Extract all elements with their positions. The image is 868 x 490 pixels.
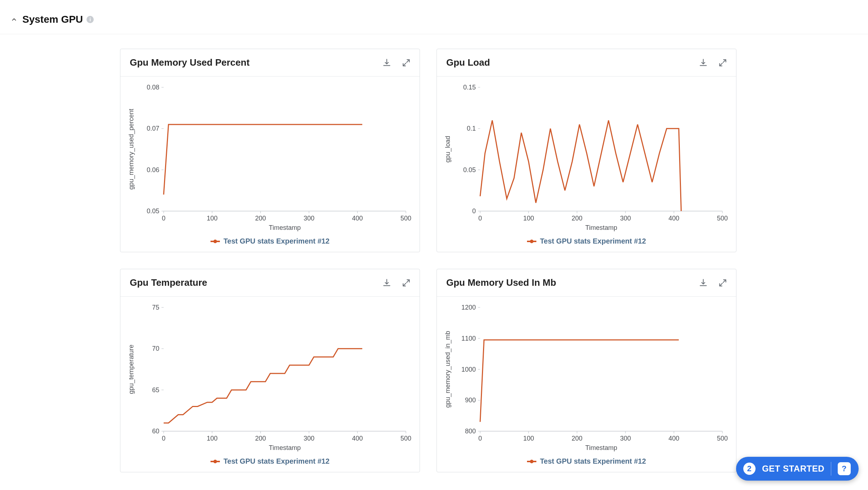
svg-text:gpu_memory_used_percent: gpu_memory_used_percent (128, 109, 135, 189)
chart-actions (382, 58, 411, 67)
legend-swatch (527, 241, 536, 242)
chart-title: Gpu Memory Used In Mb (446, 277, 556, 288)
chart-svg: 00.050.10.150100200300400500Timestampgpu… (440, 80, 730, 233)
chart-title: Gpu Load (446, 57, 490, 68)
download-icon[interactable] (699, 58, 708, 67)
svg-text:1100: 1100 (461, 335, 476, 342)
chart-actions (699, 278, 727, 288)
chart-title: Gpu Temperature (130, 277, 207, 288)
svg-text:70: 70 (152, 345, 159, 352)
chart-legend: Test GPU stats Experiment #12 (437, 234, 736, 252)
svg-text:300: 300 (620, 215, 631, 222)
download-icon[interactable] (382, 58, 391, 67)
svg-text:100: 100 (523, 435, 534, 442)
svg-text:300: 300 (620, 435, 631, 442)
svg-text:100: 100 (207, 215, 217, 222)
chart-body: 8009001000110012000100200300400500Timest… (437, 297, 736, 454)
chart-body: 606570750100200300400500Timestampgpu_tem… (120, 297, 420, 454)
legend-swatch (211, 461, 220, 462)
expand-icon[interactable] (402, 278, 411, 288)
chart-actions (382, 278, 411, 288)
svg-text:100: 100 (207, 435, 217, 442)
legend-swatch (211, 241, 220, 242)
legend-label[interactable]: Test GPU stats Experiment #12 (540, 457, 646, 465)
svg-text:0: 0 (162, 435, 165, 442)
svg-text:800: 800 (465, 428, 476, 435)
chart-legend: Test GPU stats Experiment #12 (120, 454, 420, 472)
chart-title: Gpu Memory Used Percent (130, 57, 249, 68)
svg-text:Timestamp: Timestamp (585, 444, 617, 451)
download-icon[interactable] (382, 278, 391, 288)
svg-text:0: 0 (478, 435, 482, 442)
chart-body: 0.050.060.070.080100200300400500Timestam… (120, 76, 420, 234)
chart-card-header: Gpu Temperature (120, 269, 420, 297)
svg-text:0.05: 0.05 (463, 166, 476, 174)
svg-text:gpu_memory_used_in_mb: gpu_memory_used_in_mb (444, 331, 452, 408)
chart-body: 00.050.10.150100200300400500Timestampgpu… (437, 76, 736, 234)
chart-svg: 8009001000110012000100200300400500Timest… (440, 300, 730, 453)
svg-text:300: 300 (304, 435, 314, 442)
svg-text:300: 300 (304, 215, 314, 222)
download-icon[interactable] (699, 278, 708, 288)
get-started-button[interactable]: 2 GET STARTED ? (736, 457, 859, 481)
svg-text:Timestamp: Timestamp (269, 224, 301, 231)
collapse-icon[interactable] (11, 16, 17, 23)
get-started-label: GET STARTED (762, 464, 824, 474)
expand-icon[interactable] (718, 58, 727, 67)
legend-label[interactable]: Test GPU stats Experiment #12 (223, 237, 329, 245)
help-icon[interactable]: ? (838, 462, 851, 475)
svg-text:65: 65 (152, 386, 159, 394)
chart-svg: 606570750100200300400500Timestampgpu_tem… (124, 300, 413, 453)
chart-card-gpu-memory-used-percent: Gpu Memory Used Percent 0.050.060.070.08… (120, 49, 420, 252)
svg-text:gpu_temperature: gpu_temperature (128, 345, 135, 394)
svg-text:200: 200 (572, 435, 583, 442)
svg-text:1200: 1200 (461, 304, 476, 311)
legend-label[interactable]: Test GPU stats Experiment #12 (540, 237, 646, 245)
section-title-text: System GPU (22, 14, 83, 25)
svg-text:400: 400 (352, 435, 363, 442)
svg-text:0.08: 0.08 (147, 84, 159, 91)
chart-card-header: Gpu Load (437, 49, 736, 76)
svg-text:500: 500 (400, 435, 411, 442)
charts-grid: Gpu Memory Used Percent 0.050.060.070.08… (0, 34, 868, 472)
section-header: System GPU i (0, 0, 868, 34)
svg-text:0.06: 0.06 (147, 166, 159, 174)
svg-text:1000: 1000 (461, 366, 476, 373)
svg-text:500: 500 (717, 435, 728, 442)
chart-card-gpu-temperature: Gpu Temperature 606570750100200300400500… (120, 269, 420, 472)
legend-label[interactable]: Test GPU stats Experiment #12 (223, 457, 329, 465)
svg-text:200: 200 (572, 215, 583, 222)
svg-text:400: 400 (352, 215, 363, 222)
chart-card-header: Gpu Memory Used In Mb (437, 269, 736, 297)
svg-text:0.07: 0.07 (147, 125, 159, 132)
svg-text:400: 400 (669, 215, 679, 222)
svg-text:0.1: 0.1 (467, 125, 476, 132)
svg-text:500: 500 (717, 215, 728, 222)
section-title: System GPU i (22, 14, 94, 25)
get-started-count-badge: 2 (743, 463, 756, 475)
chart-card-header: Gpu Memory Used Percent (120, 49, 420, 76)
svg-text:75: 75 (152, 304, 159, 311)
chart-card-gpu-load: Gpu Load 00.050.10.150100200300400500Tim… (437, 49, 736, 252)
chart-svg: 0.050.060.070.080100200300400500Timestam… (124, 80, 413, 233)
svg-text:400: 400 (669, 435, 679, 442)
expand-icon[interactable] (402, 58, 411, 67)
svg-text:0: 0 (162, 215, 165, 222)
svg-text:900: 900 (465, 397, 476, 404)
svg-text:200: 200 (255, 435, 266, 442)
svg-text:0: 0 (472, 207, 476, 215)
chart-card-gpu-memory-used-in-mb: Gpu Memory Used In Mb 800900100011001200… (437, 269, 736, 472)
info-icon[interactable]: i (87, 16, 94, 23)
svg-text:Timestamp: Timestamp (269, 444, 301, 451)
chart-legend: Test GPU stats Experiment #12 (437, 454, 736, 472)
svg-text:60: 60 (152, 428, 159, 435)
legend-swatch (527, 461, 536, 462)
svg-text:100: 100 (523, 215, 534, 222)
svg-text:Timestamp: Timestamp (585, 224, 617, 231)
svg-text:0.15: 0.15 (463, 84, 476, 91)
expand-icon[interactable] (718, 278, 727, 288)
svg-text:0.05: 0.05 (147, 207, 159, 215)
svg-text:500: 500 (400, 215, 411, 222)
svg-text:200: 200 (255, 215, 266, 222)
svg-text:gpu_load: gpu_load (444, 136, 452, 162)
